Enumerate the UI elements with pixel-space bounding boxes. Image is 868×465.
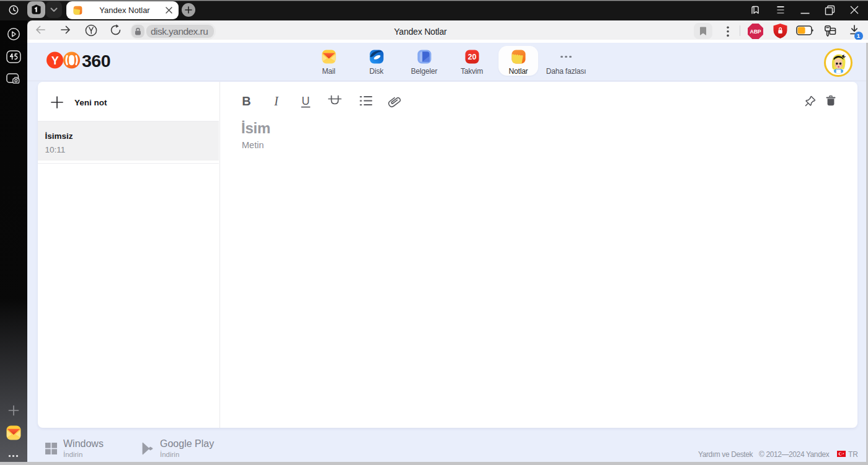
svg-text:B: B: [242, 94, 251, 108]
svg-text:ABP: ABP: [750, 29, 761, 35]
svg-text:I: I: [273, 94, 279, 108]
svg-text:20: 20: [467, 53, 476, 61]
svg-text:360: 360: [82, 51, 110, 69]
svg-text:U: U: [302, 94, 310, 107]
svg-text:Y: Y: [51, 55, 59, 67]
